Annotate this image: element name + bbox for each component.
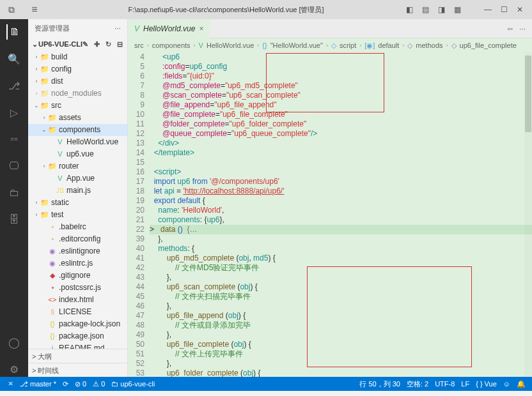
tree-item[interactable]: ◆.gitignore <box>28 270 127 282</box>
bell-icon[interactable]: 🔔 <box>517 380 526 388</box>
tree-item[interactable]: ⌄📁components <box>28 124 127 136</box>
tab-actions: ▫▫ ··· <box>501 24 532 33</box>
account-icon[interactable]: ◯ <box>6 335 22 350</box>
panel-bottom-icon[interactable]: ▤ <box>422 5 429 14</box>
layout-controls: ◧ ▤ ◨ ▦ — ☐ ✕ <box>406 5 532 14</box>
sidebar-header: 资源管理器 ··· <box>28 19 127 37</box>
explorer-actions[interactable]: ✎ ✚ ↻ ⊟ <box>82 40 125 49</box>
tree-item[interactable]: ›📁assets <box>28 112 127 124</box>
scrollbar[interactable] <box>524 52 532 377</box>
sidebar: 资源管理器 ··· ⌄ UP6-VUE-CLI ✎ ✚ ↻ ⊟ ›📁build›… <box>28 19 128 377</box>
extensions-icon[interactable]: ▫▫ <box>6 132 22 147</box>
tree-item[interactable]: ›📁config <box>28 63 127 75</box>
explorer-folder-header[interactable]: ⌄ UP6-VUE-CLI ✎ ✚ ↻ ⊟ <box>28 37 127 51</box>
tree-item[interactable]: ◉.eslintignore <box>28 245 127 257</box>
layout-grid-icon[interactable]: ▦ <box>454 5 461 14</box>
tree-item[interactable]: VHelloWorld.vue <box>28 136 127 148</box>
status-folder[interactable]: 🗀 up6-vue-cli <box>111 380 155 388</box>
code-area[interactable]: 4567891011121314151617181920212239404142… <box>128 52 532 377</box>
search-icon[interactable]: 🔍 <box>6 51 22 66</box>
tree-item[interactable]: iREADME.md <box>28 342 127 349</box>
tree-item[interactable]: ⌄📁src <box>28 100 127 112</box>
breadcrumb[interactable]: src›components›VHelloWorld.vue›{}"HelloW… <box>128 38 532 52</box>
vue-icon: V <box>134 24 139 33</box>
explorer-folder-name: UP6-VUE-CLI <box>38 40 82 48</box>
eol[interactable]: LF <box>461 380 469 388</box>
sidebar-more-icon[interactable]: ··· <box>114 24 121 33</box>
sidebar-title: 资源管理器 <box>35 24 114 33</box>
folder-icon[interactable]: 🗀 <box>6 185 22 201</box>
panel-left-icon[interactable]: ◧ <box>406 5 413 14</box>
tree-item[interactable]: §LICENSE <box>28 306 127 318</box>
tree-item[interactable]: JSmain.js <box>28 185 127 197</box>
indent[interactable]: 空格: 2 <box>407 379 428 389</box>
debug-icon[interactable]: ▷ <box>6 105 22 120</box>
encoding[interactable]: UTF-8 <box>435 380 455 388</box>
tree-item[interactable]: ∘.babelrc <box>28 221 127 233</box>
tree-item[interactable]: ∘.editorconfig <box>28 233 127 245</box>
git-branch[interactable]: ⎇ master* <box>20 380 56 388</box>
more-icon[interactable]: ··· <box>519 24 526 33</box>
remote-icon[interactable]: 🖵 <box>6 158 22 174</box>
tree-item[interactable]: {}package.json <box>28 330 127 342</box>
problems-errors[interactable]: ⊘ 0 <box>75 380 86 388</box>
cursor-position[interactable]: 行 50，列 30 <box>359 379 400 389</box>
gear-icon[interactable]: ⚙ <box>6 362 22 377</box>
tab-label: HelloWorld.vue <box>143 24 195 33</box>
window-title: F:\asp.net\up6-vue-cli\src\components\He… <box>46 5 406 15</box>
lang-mode[interactable]: { } Vue <box>476 380 497 388</box>
tree-item[interactable]: ›📁build <box>28 51 127 63</box>
tree-item[interactable]: VApp.vue <box>28 172 127 185</box>
outline-section[interactable]: > 大纲 <box>28 349 127 363</box>
remote-button[interactable]: ⪤ <box>6 380 13 388</box>
split-icon[interactable]: ▫▫ <box>507 24 513 33</box>
tree-item[interactable]: {}package-lock.json <box>28 318 127 330</box>
close-icon[interactable]: ✕ <box>517 5 523 14</box>
maximize-icon[interactable]: ☐ <box>501 5 508 14</box>
chevron-down-icon: ⌄ <box>31 40 38 49</box>
tree-item[interactable]: <>index.html <box>28 294 127 306</box>
code-text[interactable]: <up6 :config=up6_config :fields="{uid:0}… <box>150 52 532 377</box>
tree-item[interactable]: ›📁dist <box>28 75 127 88</box>
tree-item[interactable]: ›📁static <box>28 197 127 209</box>
tree-item[interactable]: ◉.eslintrc.js <box>28 257 127 270</box>
explorer-icon[interactable]: 🗎 <box>6 24 22 40</box>
tab-bar: V HelloWorld.vue × ▫▫ ··· <box>128 19 532 38</box>
scm-icon[interactable]: ⎇ <box>6 78 22 93</box>
timeline-section[interactable]: > 时间线 <box>28 363 127 377</box>
tab-helloworld[interactable]: V HelloWorld.vue × <box>128 19 210 38</box>
editor-pane: V HelloWorld.vue × ▫▫ ··· src›components… <box>128 19 532 377</box>
close-icon[interactable]: × <box>199 24 203 33</box>
activity-bar: 🗎 🔍 ⎇ ▷ ▫▫ 🖵 🗀 🗄 ◯ ⚙ <box>0 19 28 377</box>
status-bar: ⪤ ⎇ master* ⟳ ⊘ 0 ⚠ 0 🗀 up6-vue-cli 行 50… <box>0 377 532 391</box>
tree-item[interactable]: ∘.postcssrc.js <box>28 282 127 294</box>
problems-warnings[interactable]: ⚠ 0 <box>93 380 105 388</box>
hamburger-icon[interactable]: ≡ <box>23 4 46 15</box>
tree-item[interactable]: ›📁router <box>28 160 127 172</box>
panel-right-icon[interactable]: ◨ <box>438 5 445 14</box>
tree-item[interactable]: ›📁node_modules <box>28 88 127 100</box>
vscode-logo-icon[interactable]: ⧉ <box>0 4 23 15</box>
file-tree[interactable]: ›📁build›📁config›📁dist›📁node_modules⌄📁src… <box>28 51 127 349</box>
branch-icon: ⎇ <box>20 380 28 388</box>
title-bar: ⧉ ≡ F:\asp.net\up6-vue-cli\src\component… <box>0 0 532 19</box>
scrollbar-thumb[interactable] <box>525 56 531 132</box>
tree-item[interactable]: ›📁test <box>28 209 127 221</box>
minimize-icon[interactable]: — <box>484 5 492 14</box>
feedback-icon[interactable]: ☺ <box>503 380 510 388</box>
tree-item[interactable]: Vup6.vue <box>28 148 127 160</box>
sync-button[interactable]: ⟳ <box>63 380 68 388</box>
line-gutter: 4567891011121314151617181920212239404142… <box>128 52 150 377</box>
database-icon[interactable]: 🗄 <box>6 212 22 227</box>
